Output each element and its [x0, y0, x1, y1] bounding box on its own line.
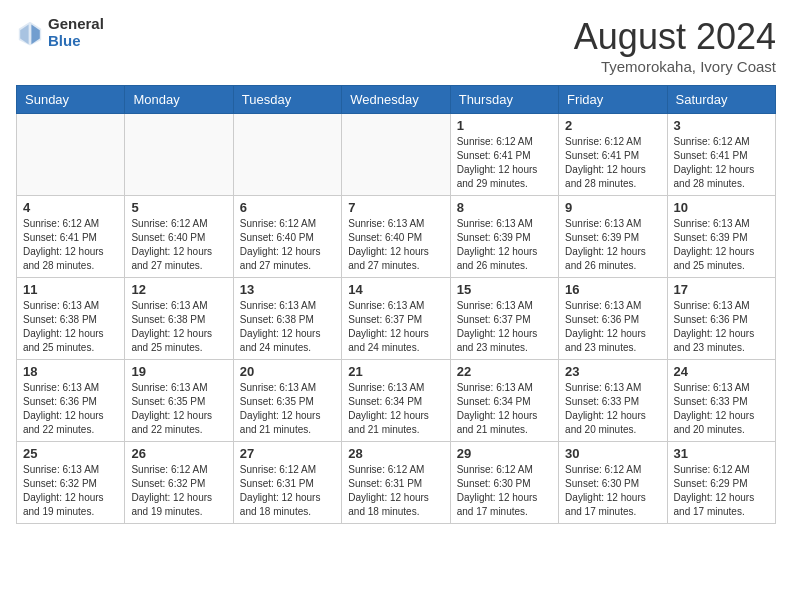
week-row-5: 25Sunrise: 6:13 AM Sunset: 6:32 PM Dayli…	[17, 442, 776, 524]
day-number: 17	[674, 282, 769, 297]
weekday-header-thursday: Thursday	[450, 86, 558, 114]
day-info: Sunrise: 6:13 AM Sunset: 6:35 PM Dayligh…	[240, 381, 335, 437]
day-number: 10	[674, 200, 769, 215]
day-info: Sunrise: 6:13 AM Sunset: 6:39 PM Dayligh…	[457, 217, 552, 273]
day-info: Sunrise: 6:12 AM Sunset: 6:32 PM Dayligh…	[131, 463, 226, 519]
day-cell: 13Sunrise: 6:13 AM Sunset: 6:38 PM Dayli…	[233, 278, 341, 360]
day-cell	[17, 114, 125, 196]
weekday-header-wednesday: Wednesday	[342, 86, 450, 114]
day-info: Sunrise: 6:13 AM Sunset: 6:33 PM Dayligh…	[565, 381, 660, 437]
day-number: 19	[131, 364, 226, 379]
day-number: 28	[348, 446, 443, 461]
day-info: Sunrise: 6:13 AM Sunset: 6:40 PM Dayligh…	[348, 217, 443, 273]
day-number: 16	[565, 282, 660, 297]
day-info: Sunrise: 6:13 AM Sunset: 6:36 PM Dayligh…	[565, 299, 660, 355]
day-number: 22	[457, 364, 552, 379]
logo-general-text: General	[48, 16, 104, 33]
day-number: 21	[348, 364, 443, 379]
day-number: 12	[131, 282, 226, 297]
weekday-header-tuesday: Tuesday	[233, 86, 341, 114]
day-number: 31	[674, 446, 769, 461]
location: Tyemorokaha, Ivory Coast	[574, 58, 776, 75]
day-number: 3	[674, 118, 769, 133]
day-info: Sunrise: 6:12 AM Sunset: 6:31 PM Dayligh…	[348, 463, 443, 519]
day-number: 25	[23, 446, 118, 461]
day-info: Sunrise: 6:13 AM Sunset: 6:38 PM Dayligh…	[23, 299, 118, 355]
day-cell: 10Sunrise: 6:13 AM Sunset: 6:39 PM Dayli…	[667, 196, 775, 278]
day-cell: 12Sunrise: 6:13 AM Sunset: 6:38 PM Dayli…	[125, 278, 233, 360]
day-number: 14	[348, 282, 443, 297]
day-info: Sunrise: 6:12 AM Sunset: 6:41 PM Dayligh…	[23, 217, 118, 273]
day-number: 6	[240, 200, 335, 215]
day-info: Sunrise: 6:13 AM Sunset: 6:38 PM Dayligh…	[240, 299, 335, 355]
day-cell	[125, 114, 233, 196]
day-info: Sunrise: 6:13 AM Sunset: 6:37 PM Dayligh…	[457, 299, 552, 355]
day-number: 20	[240, 364, 335, 379]
day-info: Sunrise: 6:13 AM Sunset: 6:34 PM Dayligh…	[348, 381, 443, 437]
day-number: 8	[457, 200, 552, 215]
day-cell: 31Sunrise: 6:12 AM Sunset: 6:29 PM Dayli…	[667, 442, 775, 524]
day-number: 15	[457, 282, 552, 297]
day-info: Sunrise: 6:13 AM Sunset: 6:37 PM Dayligh…	[348, 299, 443, 355]
day-number: 7	[348, 200, 443, 215]
day-number: 11	[23, 282, 118, 297]
day-cell: 4Sunrise: 6:12 AM Sunset: 6:41 PM Daylig…	[17, 196, 125, 278]
day-cell: 16Sunrise: 6:13 AM Sunset: 6:36 PM Dayli…	[559, 278, 667, 360]
logo-text: General Blue	[48, 16, 104, 49]
day-info: Sunrise: 6:13 AM Sunset: 6:32 PM Dayligh…	[23, 463, 118, 519]
day-cell: 22Sunrise: 6:13 AM Sunset: 6:34 PM Dayli…	[450, 360, 558, 442]
day-number: 18	[23, 364, 118, 379]
day-cell: 21Sunrise: 6:13 AM Sunset: 6:34 PM Dayli…	[342, 360, 450, 442]
day-number: 24	[674, 364, 769, 379]
day-info: Sunrise: 6:12 AM Sunset: 6:30 PM Dayligh…	[565, 463, 660, 519]
day-number: 13	[240, 282, 335, 297]
day-cell: 9Sunrise: 6:13 AM Sunset: 6:39 PM Daylig…	[559, 196, 667, 278]
day-info: Sunrise: 6:13 AM Sunset: 6:36 PM Dayligh…	[674, 299, 769, 355]
day-cell	[342, 114, 450, 196]
day-cell: 3Sunrise: 6:12 AM Sunset: 6:41 PM Daylig…	[667, 114, 775, 196]
day-number: 4	[23, 200, 118, 215]
weekday-header-sunday: Sunday	[17, 86, 125, 114]
day-cell: 20Sunrise: 6:13 AM Sunset: 6:35 PM Dayli…	[233, 360, 341, 442]
day-cell	[233, 114, 341, 196]
day-cell: 18Sunrise: 6:13 AM Sunset: 6:36 PM Dayli…	[17, 360, 125, 442]
calendar: SundayMondayTuesdayWednesdayThursdayFrid…	[16, 85, 776, 524]
day-info: Sunrise: 6:12 AM Sunset: 6:40 PM Dayligh…	[131, 217, 226, 273]
day-cell: 25Sunrise: 6:13 AM Sunset: 6:32 PM Dayli…	[17, 442, 125, 524]
day-cell: 15Sunrise: 6:13 AM Sunset: 6:37 PM Dayli…	[450, 278, 558, 360]
day-number: 26	[131, 446, 226, 461]
day-cell: 6Sunrise: 6:12 AM Sunset: 6:40 PM Daylig…	[233, 196, 341, 278]
day-cell: 27Sunrise: 6:12 AM Sunset: 6:31 PM Dayli…	[233, 442, 341, 524]
day-info: Sunrise: 6:12 AM Sunset: 6:40 PM Dayligh…	[240, 217, 335, 273]
day-number: 29	[457, 446, 552, 461]
day-info: Sunrise: 6:12 AM Sunset: 6:31 PM Dayligh…	[240, 463, 335, 519]
weekday-header-monday: Monday	[125, 86, 233, 114]
week-row-4: 18Sunrise: 6:13 AM Sunset: 6:36 PM Dayli…	[17, 360, 776, 442]
week-row-1: 1Sunrise: 6:12 AM Sunset: 6:41 PM Daylig…	[17, 114, 776, 196]
day-info: Sunrise: 6:12 AM Sunset: 6:41 PM Dayligh…	[674, 135, 769, 191]
day-info: Sunrise: 6:12 AM Sunset: 6:41 PM Dayligh…	[457, 135, 552, 191]
day-cell: 5Sunrise: 6:12 AM Sunset: 6:40 PM Daylig…	[125, 196, 233, 278]
weekday-header-saturday: Saturday	[667, 86, 775, 114]
week-row-2: 4Sunrise: 6:12 AM Sunset: 6:41 PM Daylig…	[17, 196, 776, 278]
day-info: Sunrise: 6:12 AM Sunset: 6:41 PM Dayligh…	[565, 135, 660, 191]
day-info: Sunrise: 6:13 AM Sunset: 6:36 PM Dayligh…	[23, 381, 118, 437]
day-info: Sunrise: 6:13 AM Sunset: 6:35 PM Dayligh…	[131, 381, 226, 437]
day-info: Sunrise: 6:13 AM Sunset: 6:39 PM Dayligh…	[565, 217, 660, 273]
week-row-3: 11Sunrise: 6:13 AM Sunset: 6:38 PM Dayli…	[17, 278, 776, 360]
day-cell: 2Sunrise: 6:12 AM Sunset: 6:41 PM Daylig…	[559, 114, 667, 196]
day-cell: 8Sunrise: 6:13 AM Sunset: 6:39 PM Daylig…	[450, 196, 558, 278]
day-number: 9	[565, 200, 660, 215]
day-number: 27	[240, 446, 335, 461]
day-number: 5	[131, 200, 226, 215]
day-info: Sunrise: 6:13 AM Sunset: 6:39 PM Dayligh…	[674, 217, 769, 273]
day-cell: 23Sunrise: 6:13 AM Sunset: 6:33 PM Dayli…	[559, 360, 667, 442]
day-info: Sunrise: 6:12 AM Sunset: 6:30 PM Dayligh…	[457, 463, 552, 519]
day-cell: 17Sunrise: 6:13 AM Sunset: 6:36 PM Dayli…	[667, 278, 775, 360]
day-info: Sunrise: 6:12 AM Sunset: 6:29 PM Dayligh…	[674, 463, 769, 519]
day-cell: 29Sunrise: 6:12 AM Sunset: 6:30 PM Dayli…	[450, 442, 558, 524]
logo-icon	[16, 19, 44, 47]
day-number: 30	[565, 446, 660, 461]
title-area: August 2024 Tyemorokaha, Ivory Coast	[574, 16, 776, 75]
day-cell: 1Sunrise: 6:12 AM Sunset: 6:41 PM Daylig…	[450, 114, 558, 196]
